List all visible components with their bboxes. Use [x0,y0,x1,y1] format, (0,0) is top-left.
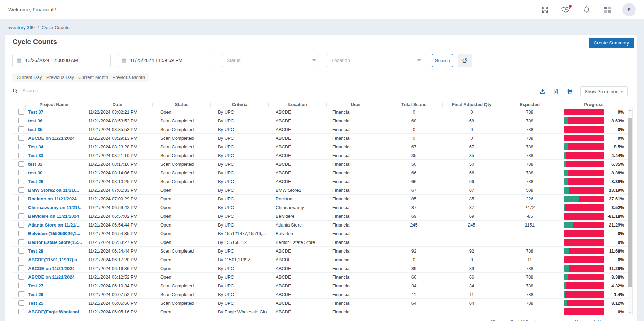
project-link[interactable]: ABCDE(11501,11997) o... [28,257,81,262]
table-row[interactable]: Test 3711/22/2024 03:02:21 PMOpenBy UPCA… [12,108,630,116]
col-header-expected[interactable]: Expected [500,102,559,107]
col-header-final-adjusted[interactable]: Final Adjusted Qty [443,102,500,107]
row-checkbox[interactable] [18,274,24,280]
row-checkbox[interactable] [18,231,24,236]
row-checkbox[interactable] [18,248,24,254]
create-summary-button[interactable]: Create Summary [589,38,634,48]
bell-icon[interactable] [581,4,593,16]
project-link[interactable]: test 30 [28,170,42,175]
row-checkbox[interactable] [18,265,24,271]
table-row[interactable]: Test 2711/21/2024 06:10:34 PMScan Comple… [12,281,630,290]
table-row[interactable]: Test 3411/21/2024 08:23:28 PMScan Comple… [12,142,630,151]
col-header-date[interactable]: Date [82,102,153,107]
table-row[interactable]: test 3511/21/2024 08:35:53 PMScan Comple… [12,125,630,134]
project-link[interactable]: Test 37 [28,109,43,115]
table-row[interactable]: test 3611/21/2024 08:53:52 PMScan Comple… [12,116,630,125]
col-header-criteria[interactable]: Criteria [211,102,269,107]
project-link[interactable]: Bedfor Estate Store(155... [28,240,82,245]
show-entries-select[interactable]: Show 25 entries [580,86,628,97]
project-link[interactable]: Belvidere(155050026,1... [28,231,80,236]
excel-icon[interactable]: x [553,88,559,95]
col-header-progress[interactable]: Progress [559,102,629,107]
project-link[interactable]: Test 29 [28,179,43,184]
search-button[interactable]: Search [432,54,453,67]
scrollbar-thumb[interactable] [628,118,632,287]
table-row[interactable]: Test 2911/21/2024 08:10:25 PMScan Comple… [12,177,630,186]
table-row[interactable]: ABCDE on 11/21/202411/21/2024 08:29:13 P… [12,134,630,142]
col-header-project[interactable]: Project Name [26,102,82,107]
scroll-down-icon[interactable]: ▼ [628,311,632,315]
table-row[interactable]: Rockton on 11/21/202411/21/2024 07:00:29… [12,195,630,203]
row-checkbox[interactable] [18,118,24,123]
row-checkbox[interactable] [18,291,24,297]
row-checkbox[interactable] [18,213,24,219]
print-icon[interactable] [566,88,573,95]
project-link[interactable]: Test 34 [28,144,43,149]
table-row[interactable]: Bedfor Estate Store(155...11/21/2024 06:… [12,238,630,247]
row-checkbox[interactable] [18,309,24,314]
row-checkbox[interactable] [18,135,24,141]
project-link[interactable]: ABCDE on 11/21/2024 [28,274,75,280]
col-header-total-scans[interactable]: Total Scans [385,102,443,107]
project-link[interactable]: Chinnaswamy on 11/21/... [28,205,82,210]
col-header-user[interactable]: User [327,102,385,107]
table-row[interactable]: BMW Store2 on 11/21/...11/21/2024 07:01:… [12,186,630,195]
project-link[interactable]: test 32 [28,162,42,167]
table-row[interactable]: Belvidere(155050026,1...11/21/2024 06:54… [12,229,630,238]
fullscreen-icon[interactable] [539,4,551,16]
table-row[interactable]: ABCDE on 11/21/202411/21/2024 06:12:52 P… [12,273,630,281]
table-row[interactable]: Chinnaswamy on 11/21/...11/21/2024 06:59… [12,203,630,212]
download-icon[interactable] [539,88,546,95]
table-row[interactable]: ABCDE on 11/21/202411/21/2024 06:16:36 P… [12,264,630,273]
user-avatar[interactable]: F [622,3,636,16]
vertical-scrollbar[interactable]: ▲ ▼ [628,108,633,315]
project-link[interactable]: Test 27 [28,283,43,288]
location-select[interactable]: Location [327,54,425,67]
row-checkbox[interactable] [18,161,24,167]
project-link[interactable]: Rockton on 11/21/2024 [28,196,76,201]
project-link[interactable]: Test 33 [28,153,43,158]
end-date-input[interactable]: 11/25/2024 11:59:59 PM [117,54,215,67]
row-checkbox[interactable] [18,170,24,175]
project-link[interactable]: Test 25 [28,301,43,306]
project-link[interactable]: test 35 [28,127,42,132]
row-checkbox[interactable] [18,257,24,262]
handshake-icon[interactable] [560,4,572,16]
project-link[interactable]: Belvidere on 11/21/2024 [28,214,79,219]
chip-previous-month[interactable]: Previous Month [112,75,145,80]
table-row[interactable]: ABCDE(Eagle Wholesal...11/21/2024 06:05:… [12,307,630,315]
table-row[interactable]: Atlanta Store on 11/21/...11/21/2024 06:… [12,221,630,229]
project-link[interactable]: test 36 [28,118,42,123]
table-row[interactable]: ABCDE(11501,11997) o...11/21/2024 06:17:… [12,255,630,264]
project-link[interactable]: Atlanta Store on 11/21/... [28,222,80,228]
row-checkbox[interactable] [18,239,24,245]
breadcrumb-parent-link[interactable]: Inventory 360 [6,25,35,30]
row-checkbox[interactable] [18,222,24,228]
row-checkbox[interactable] [18,187,24,193]
pagination[interactable]: Previous 1 Next [575,319,607,321]
chip-previous-day[interactable]: Previous Day [46,75,74,80]
start-date-input[interactable]: 10/26/2024 12:00:00 AM [12,54,111,67]
row-checkbox[interactable] [18,109,24,115]
chip-current-day[interactable]: Current Day [17,75,42,80]
row-checkbox[interactable] [18,196,24,201]
row-checkbox[interactable] [18,144,24,149]
reset-button[interactable]: ↺ [458,54,472,67]
row-checkbox[interactable] [18,153,24,158]
project-link[interactable]: BMW Store2 on 11/21/... [28,188,79,193]
status-select[interactable]: Status [222,54,320,67]
table-row[interactable]: Test 2811/21/2024 06:34:44 PMScan Comple… [12,247,630,255]
apps-grid-icon[interactable] [602,4,613,16]
project-link[interactable]: ABCDE(Eagle Wholesal... [28,309,82,314]
table-row[interactable]: test 3211/21/2024 08:17:10 PMScan Comple… [12,160,630,168]
row-checkbox[interactable] [18,126,24,132]
col-header-status[interactable]: Status [153,102,211,107]
table-row[interactable]: Test 2611/21/2024 06:07:52 PMScan Comple… [12,290,630,299]
table-search-input[interactable] [22,88,127,94]
chip-current-month[interactable]: Current Month [78,75,108,80]
project-link[interactable]: Test 26 [28,292,43,297]
project-link[interactable]: Test 28 [28,248,43,254]
table-row[interactable]: test 3011/21/2024 08:14:06 PMScan Comple… [12,168,630,177]
col-header-location[interactable]: Location [269,102,327,107]
scroll-up-icon[interactable]: ▲ [628,108,632,113]
